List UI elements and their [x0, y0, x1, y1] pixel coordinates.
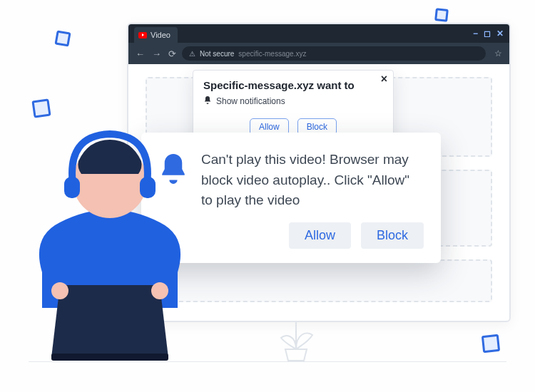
close-icon[interactable]: ×: [381, 73, 387, 85]
warning-icon: ⚠: [189, 50, 195, 58]
prompt-title: Specific-message.xyz want to: [203, 79, 383, 91]
dialog-message: Can't play this video! Browser may block…: [201, 150, 424, 211]
svg-point-4: [51, 282, 68, 299]
svg-rect-3: [51, 354, 168, 361]
tab-title: Video: [151, 31, 170, 39]
decor-square: [31, 98, 51, 118]
bell-icon: [203, 96, 212, 107]
browser-toolbar: ← → ⟳ ⚠ Not secure specific-message.xyz …: [128, 43, 509, 64]
security-label: Not secure: [200, 50, 234, 58]
address-bar[interactable]: ⚠ Not secure specific-message.xyz: [182, 46, 486, 61]
window-controls: − ◻ ✕: [473, 29, 504, 38]
decor-square: [434, 8, 449, 22]
decor-square: [54, 30, 71, 46]
block-button[interactable]: Block: [361, 222, 424, 249]
close-button[interactable]: ✕: [496, 29, 504, 38]
back-button[interactable]: ←: [136, 48, 145, 59]
maximize-button[interactable]: ◻: [484, 29, 491, 38]
svg-point-5: [151, 282, 168, 299]
allow-button[interactable]: Allow: [289, 222, 351, 249]
youtube-icon: [138, 32, 147, 38]
minimize-button[interactable]: −: [473, 29, 478, 38]
prompt-subtitle: Show notifications: [203, 96, 383, 107]
reload-button[interactable]: ⟳: [168, 48, 176, 59]
svg-rect-1: [64, 177, 80, 198]
person-illustration: [17, 123, 203, 368]
decor-square: [482, 334, 500, 353]
url-text: specific-message.xyz: [238, 50, 306, 58]
plant-decoration: [271, 314, 321, 366]
tab-strip: Video − ◻ ✕: [128, 24, 509, 43]
browser-tab[interactable]: Video: [134, 27, 178, 43]
forward-button[interactable]: →: [152, 48, 161, 59]
svg-rect-2: [140, 177, 156, 198]
bookmark-star-icon[interactable]: ☆: [494, 48, 502, 58]
